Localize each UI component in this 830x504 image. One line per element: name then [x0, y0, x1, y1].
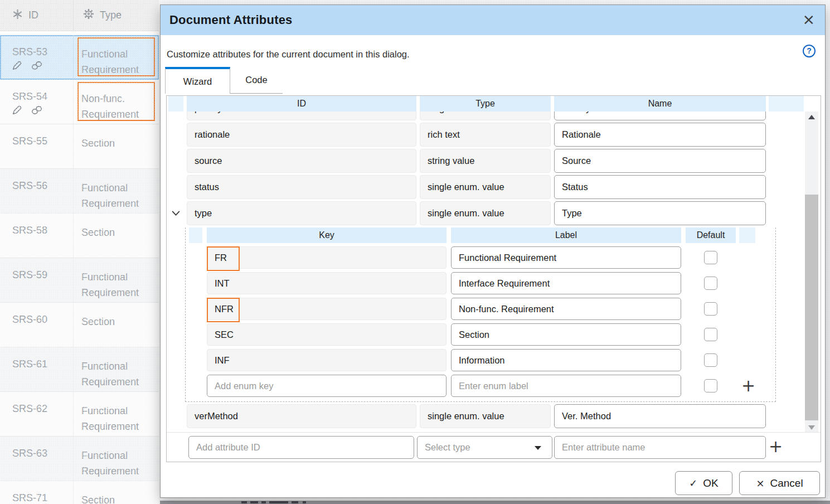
ok-button[interactable]: ✓ OK	[675, 471, 732, 495]
attribute-type-input[interactable]	[420, 149, 551, 173]
attribute-name-input[interactable]	[554, 175, 766, 199]
row-id: SRS-53	[12, 46, 47, 57]
enum-label-input[interactable]	[451, 272, 681, 294]
row-type-cell: Section	[73, 124, 159, 168]
table-row: SRS-58 Section	[0, 214, 159, 258]
header-type: Type	[420, 96, 551, 112]
enum-header-spacer	[189, 227, 202, 243]
select-type-dropdown[interactable]	[417, 436, 552, 459]
default-checkbox[interactable]	[704, 277, 717, 290]
attribute-row	[167, 175, 804, 199]
enum-label-input[interactable]	[451, 323, 681, 346]
attribute-name-input[interactable]	[554, 201, 766, 225]
enum-label-input[interactable]	[451, 298, 681, 320]
attribute-type-input[interactable]	[420, 175, 551, 199]
row-id-cell: SRS-63	[0, 437, 73, 481]
enum-key-input[interactable]	[207, 349, 446, 371]
default-checkbox[interactable]	[704, 251, 717, 264]
row-type-cell: Section	[73, 481, 159, 504]
table-row: SRS-60 Section	[0, 303, 159, 347]
dropdown-caret-icon	[535, 446, 541, 450]
scroll-down-button[interactable]	[805, 422, 818, 433]
expand-chevron-icon[interactable]	[171, 209, 181, 219]
link-icon	[31, 60, 43, 71]
attribute-row	[167, 123, 804, 147]
gear-icon	[83, 8, 94, 22]
row-id-cell: SRS-60	[0, 303, 73, 347]
enum-label-input[interactable]	[451, 349, 681, 371]
row-type-cell: Functional Requirement	[73, 392, 159, 436]
enum-key-input[interactable]	[207, 323, 446, 346]
requirements-table-header: ID Type	[0, 0, 159, 31]
row-id: SRS-58	[12, 225, 47, 236]
add-enum-label-input[interactable]	[451, 375, 681, 397]
add-enum-key-input[interactable]	[207, 375, 446, 397]
row-id: SRS-63	[12, 448, 47, 459]
attribute-id-input[interactable]	[187, 404, 416, 428]
tab-code[interactable]: Code	[230, 67, 283, 94]
default-checkbox[interactable]	[704, 379, 717, 392]
requirements-table: ID Type SRS-53	[0, 0, 159, 504]
expand-cell	[168, 404, 183, 428]
cancel-label: Cancel	[770, 477, 803, 490]
enum-key-input[interactable]	[207, 246, 446, 269]
enum-key-input[interactable]	[207, 272, 446, 294]
cancel-button[interactable]: × Cancel	[739, 471, 820, 495]
enum-row	[186, 246, 775, 269]
scroll-up-button[interactable]	[805, 112, 818, 123]
enum-key-input[interactable]	[207, 298, 446, 320]
row-id-cell: SRS-56	[0, 169, 73, 213]
table-row: SRS-59 Functional Requirement	[0, 258, 159, 303]
attribute-row	[167, 112, 804, 120]
row-id: SRS-54	[12, 91, 47, 102]
default-checkbox[interactable]	[704, 302, 717, 316]
pencil-icon	[11, 60, 23, 71]
link-icon	[31, 104, 43, 116]
attribute-row	[167, 149, 804, 173]
attribute-type-input[interactable]	[420, 201, 551, 225]
scrollbar-thumb[interactable]	[805, 195, 818, 420]
add-attribute-name-input[interactable]	[554, 436, 766, 459]
attribute-type-input[interactable]	[420, 112, 551, 120]
tab-wizard[interactable]: Wizard	[165, 67, 230, 94]
ok-label: OK	[703, 477, 718, 490]
attribute-type-input[interactable]	[420, 123, 551, 147]
row-type: Section	[81, 314, 153, 329]
row-id: SRS-55	[12, 135, 47, 147]
column-header-id: ID	[0, 9, 73, 22]
pencil-icon	[11, 104, 23, 116]
enum-values-table: KeyLabelDefault	[185, 227, 776, 402]
attribute-name-input[interactable]	[554, 123, 766, 147]
help-icon[interactable]: ?	[803, 45, 816, 57]
add-attribute-button[interactable]: +	[769, 438, 783, 455]
table-row: SRS-55 Section	[0, 124, 159, 169]
attribute-name-input[interactable]	[554, 112, 766, 120]
attribute-id-input[interactable]	[187, 149, 416, 173]
add-attribute-row: +	[167, 432, 821, 462]
attribute-name-input[interactable]	[554, 149, 766, 173]
expand-cell	[168, 112, 183, 120]
add-enum-button[interactable]: +	[741, 377, 755, 394]
row-type: Functional Requirement	[81, 269, 153, 301]
attribute-id-input[interactable]	[187, 175, 416, 199]
default-checkbox[interactable]	[704, 353, 717, 367]
attribute-name-input[interactable]	[554, 404, 766, 428]
header-expand-column	[168, 96, 183, 112]
row-id: SRS-71	[12, 492, 47, 503]
vertical-scrollbar[interactable]	[805, 112, 818, 433]
table-row: SRS-53 Functional Requirement	[0, 35, 159, 80]
enum-header-key: Key	[207, 227, 446, 243]
close-icon[interactable]: ×	[802, 11, 815, 28]
attribute-id-input[interactable]	[187, 112, 416, 120]
attribute-id-input[interactable]	[187, 123, 416, 147]
attributes-table: ID Type Name KeyLabelDefault	[166, 95, 821, 462]
document-attributes-dialog: Document Attributes × Customize attribut…	[160, 4, 826, 498]
add-attribute-id-input[interactable]	[188, 436, 414, 459]
row-id-cell: SRS-54	[0, 80, 73, 124]
attribute-type-input[interactable]	[420, 404, 551, 428]
enum-header-label: Label	[451, 227, 681, 243]
default-checkbox[interactable]	[704, 328, 717, 341]
enum-label-input[interactable]	[451, 246, 681, 269]
enum-row: +	[186, 375, 775, 397]
attribute-id-input[interactable]	[187, 201, 416, 225]
